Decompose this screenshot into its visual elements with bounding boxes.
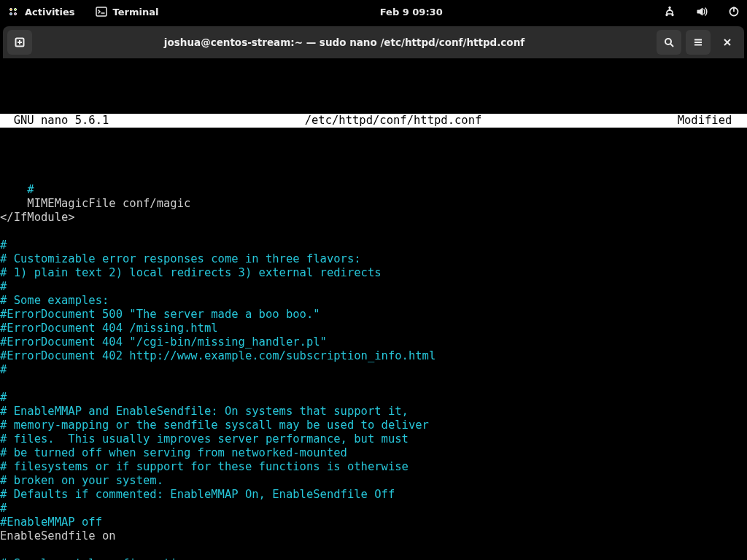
file-line: #ErrorDocument 402 http://www.example.co…: [0, 349, 747, 363]
svg-line-14: [670, 44, 673, 47]
file-line: # Some examples:: [0, 294, 747, 308]
nano-modified: Modified: [678, 114, 747, 128]
svg-point-2: [9, 12, 12, 15]
file-line: #ErrorDocument 404 /missing.html: [0, 322, 747, 335]
file-line: # Customizable error responses come in t…: [0, 252, 747, 266]
window-title-bar: joshua@centos-stream:~ — sudo nano /etc/…: [3, 26, 744, 58]
nano-header: GNU nano 5.6.1 /etc/httpd/conf/httpd.con…: [0, 114, 747, 128]
file-line: </IfModule>: [0, 211, 747, 225]
svg-point-7: [669, 7, 671, 9]
file-line: # be turned off when serving from networ…: [0, 446, 747, 460]
activities-button[interactable]: Activities: [7, 6, 75, 18]
running-app-label: Terminal: [113, 7, 159, 18]
terminal-icon: [96, 6, 107, 18]
svg-point-0: [9, 8, 12, 10]
file-line: EnableSendfile on: [0, 529, 747, 543]
new-tab-button[interactable]: [7, 30, 32, 55]
power-icon[interactable]: [728, 6, 740, 18]
nano-filename: /etc/httpd/conf/httpd.conf: [109, 114, 677, 128]
file-line: # Defaults if commented: EnableMMAP On, …: [0, 488, 747, 502]
svg-point-1: [14, 8, 16, 10]
menu-button[interactable]: [686, 30, 711, 55]
file-line: #ErrorDocument 500 "The server made a bo…: [0, 308, 747, 322]
file-line: #: [0, 391, 747, 405]
clock[interactable]: Feb 9 09:30: [380, 7, 443, 18]
file-line: #EnableMMAP off: [0, 516, 747, 529]
file-line: # filesystems or if support for these fu…: [0, 460, 747, 474]
svg-point-6: [672, 14, 674, 16]
file-line: #: [0, 183, 747, 197]
file-line: # 1) plain text 2) local redirects 3) ex…: [0, 266, 747, 280]
file-line: # broken on your system.: [0, 474, 747, 488]
svg-rect-4: [96, 7, 107, 16]
running-app-terminal[interactable]: Terminal: [96, 6, 159, 18]
file-line: [0, 225, 747, 238]
file-line: # Supplemental configuration: [0, 557, 747, 560]
file-line: [0, 543, 747, 557]
file-line: [0, 377, 747, 391]
file-line: #: [0, 238, 747, 252]
file-line: # files. This usually improves server pe…: [0, 432, 747, 446]
close-button[interactable]: [715, 30, 740, 55]
file-line: MIMEMagicFile conf/magic: [0, 197, 747, 211]
svg-point-13: [665, 39, 671, 44]
nano-version: GNU nano 5.6.1: [0, 114, 109, 128]
svg-point-3: [14, 12, 16, 15]
file-line: #: [0, 502, 747, 516]
network-icon[interactable]: [664, 6, 676, 18]
volume-icon[interactable]: [696, 6, 708, 18]
file-line: #ErrorDocument 404 "/cgi-bin/missing_han…: [0, 335, 747, 349]
file-line: #: [0, 363, 747, 377]
file-content: # MIMEMagicFile conf/magic</IfModule> ##…: [0, 183, 747, 560]
activities-icon: [7, 6, 19, 18]
file-line: #: [0, 280, 747, 294]
file-line: # memory-mapping or the sendfile syscall…: [0, 419, 747, 432]
svg-point-5: [666, 14, 668, 16]
file-line: # EnableMMAP and EnableSendfile: On syst…: [0, 405, 747, 419]
window-title: joshua@centos-stream:~ — sudo nano /etc/…: [36, 36, 652, 48]
terminal-viewport[interactable]: GNU nano 5.6.1 /etc/httpd/conf/httpd.con…: [0, 58, 747, 560]
gnome-top-bar: Activities Terminal Feb 9 09:30: [0, 0, 747, 23]
activities-label: Activities: [25, 7, 75, 18]
search-button[interactable]: [657, 30, 681, 55]
